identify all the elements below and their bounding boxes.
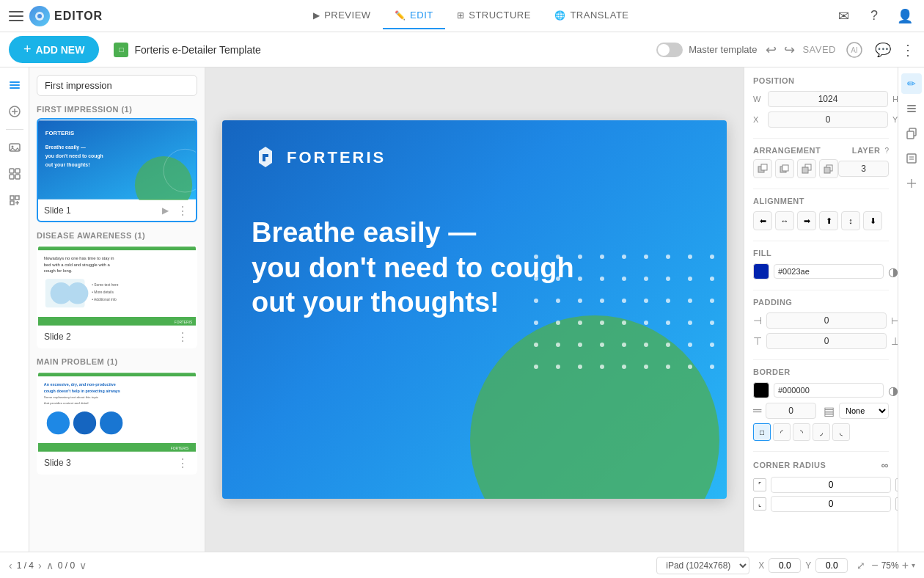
slides-panel: First impression FIRST IMPRESSION (1) FO… [29,67,205,552]
redo-button[interactable]: ↪ [784,42,795,58]
scroll-up-button[interactable]: ∧ [46,560,54,571]
master-toggle[interactable] [656,43,683,57]
layer-input[interactable] [838,161,889,177]
border-corner-tl-icon[interactable]: ◜ [773,423,791,441]
slide-item-1[interactable]: FORTERIS Breathe easily — you don't need… [37,118,197,222]
border-color-input[interactable] [774,383,884,398]
fill-color-input[interactable] [774,264,884,279]
slide-play-icon[interactable]: ▶ [158,203,172,218]
x-coord-input[interactable] [769,558,801,573]
svg-point-70 [710,277,714,281]
svg-rect-13 [15,169,20,173]
undo-button[interactable]: ↩ [766,42,777,58]
svg-rect-116 [907,108,916,109]
account-icon[interactable]: 👤 [895,6,915,26]
tab-edit[interactable]: ✏️ EDIT [383,2,445,29]
arrange-icon[interactable] [3,189,26,212]
svg-point-56 [600,255,604,259]
zoom-out-button[interactable]: − [871,559,878,572]
scroll-down-button[interactable]: ∨ [79,560,87,571]
tab-translate[interactable]: 🌐 TRANSLATE [543,2,641,29]
svg-rect-110 [782,165,788,171]
corner-radius-link-icon[interactable]: ∞ [881,459,889,471]
template-icon: □ [114,43,128,57]
x-input[interactable] [768,111,888,128]
tab-structure[interactable]: ⊞ STRUCTURE [445,2,543,29]
slide-3-menu-icon[interactable]: ⋮ [175,456,190,470]
border-brightness-icon[interactable]: ◑ [888,384,898,398]
width-input[interactable] [768,91,888,107]
tab-preview[interactable]: ▶ PREVIEW [301,2,383,29]
zoom-arrow-icon[interactable]: ▾ [912,561,915,569]
more-menu-icon[interactable]: ⋮ [901,41,915,59]
layers-icon[interactable] [3,73,26,97]
edge-edit-icon[interactable] [901,148,922,169]
fill-color-swatch[interactable] [753,263,769,279]
slide-item-2[interactable]: Nowadays no one has time to stay in bed … [37,244,197,348]
border-corner-all-icon[interactable]: □ [753,423,771,441]
slide-item-3[interactable]: An excessive, dry, and non-productive co… [37,370,197,475]
canvas-slide[interactable]: FORTERIS Breathe easily —you don't need … [222,120,727,499]
edge-pen-icon[interactable]: ✏ [901,73,922,94]
align-top-icon[interactable]: ⬆ [819,211,838,230]
border-color-swatch[interactable] [753,382,769,398]
border-corner-tr-icon[interactable]: ◝ [793,423,810,441]
svg-point-54 [556,255,560,259]
pad-top-input[interactable] [766,333,887,349]
svg-point-83 [600,321,604,325]
border-corner-br-icon[interactable]: ◞ [813,423,830,441]
svg-point-82 [578,321,582,325]
svg-rect-17 [15,196,19,200]
cr-bl-icon: ⌞ [753,497,766,511]
cr-tl-icon: ⌜ [753,478,766,491]
border-width-input[interactable] [766,403,816,419]
section-main-problem-header[interactable]: MAIN PROBLEM (1) [37,357,197,366]
ai-button[interactable]: AI [843,39,865,61]
align-right-icon[interactable]: ➡ [797,211,816,230]
cr-tl-input[interactable] [771,477,891,493]
preview-icon: ▶ [313,10,320,21]
align-bottom-icon[interactable]: ⬇ [863,211,882,230]
hamburger-menu[interactable] [9,9,23,23]
comments-icon[interactable]: 💬 [873,40,893,60]
arrangement-title: ARRANGEMENT [753,146,821,155]
next-page-button[interactable]: › [38,560,42,571]
cr-bl-input[interactable] [771,496,891,512]
arr-back-icon[interactable] [819,159,838,178]
border-style-select[interactable]: None Solid Dashed Dotted [839,403,889,419]
section-select[interactable]: First impression [37,75,197,96]
border-corner-bl-icon[interactable]: ◟ [832,423,850,441]
arr-forward-icon[interactable] [775,159,794,178]
fullscreen-button[interactable]: ⤢ [857,560,865,571]
edge-grid-icon[interactable] [901,173,922,194]
prev-page-button[interactable]: ‹ [9,560,12,571]
zoom-in-button[interactable]: + [902,559,909,572]
svg-point-67 [644,277,648,281]
slide-menu-icon[interactable]: ⋮ [175,203,190,218]
slide-2-menu-icon[interactable]: ⋮ [175,329,190,344]
media-icon[interactable] [3,136,26,159]
align-left-icon[interactable]: ⬅ [753,211,772,230]
section-disease-awareness-header[interactable]: DISEASE AWARENESS (1) [37,231,197,240]
edit-icon: ✏️ [395,10,406,21]
arr-backward-icon[interactable] [797,159,816,178]
edge-layers-icon[interactable] [901,98,922,119]
border-width-icon: ═ [753,404,761,417]
arr-front-icon[interactable] [753,159,772,178]
add-element-icon[interactable] [3,100,26,123]
align-center-h-icon[interactable]: ↔ [775,211,794,230]
grid-icon[interactable] [3,162,26,186]
svg-rect-6 [10,87,20,89]
help-icon[interactable]: ? [864,6,884,26]
add-new-button[interactable]: + ADD NEW [9,36,99,63]
pad-left-input[interactable] [766,312,887,329]
edge-copy-icon[interactable] [901,123,922,144]
y-coord-input[interactable] [815,558,848,573]
fill-brightness-icon[interactable]: ◑ [888,265,898,279]
app-logo: EDITOR [29,6,103,26]
align-center-v-icon[interactable]: ↕ [841,211,860,230]
device-selector[interactable]: iPad (1024x768) [656,557,749,574]
mail-icon[interactable]: ✉ [833,6,854,26]
section-first-impression-header[interactable]: FIRST IMPRESSION (1) [37,105,197,114]
fill-section: FILL ◑ ▾ [753,249,889,279]
